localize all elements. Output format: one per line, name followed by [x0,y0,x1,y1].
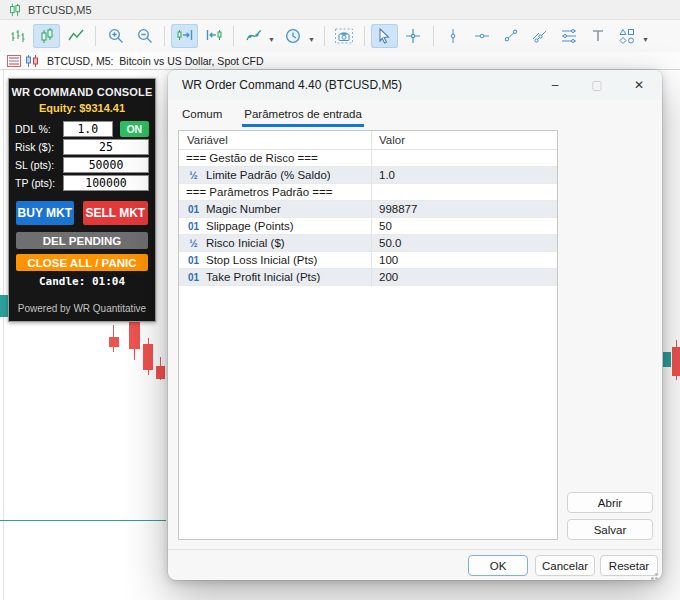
trendline-icon [502,27,520,45]
timeframes-button[interactable] [280,24,307,48]
tp-input[interactable]: 100000 [63,175,149,191]
fibonacci-lines-icon [560,27,578,45]
shift-chart-left-button[interactable] [200,24,227,48]
resetar-button[interactable]: Resetar [600,555,658,576]
line-chart-button[interactable] [62,24,89,48]
table-row[interactable]: 01Take Profit Inicial (Pts) 200 [179,269,557,286]
abrir-button[interactable]: Abrir [567,492,653,513]
parameters-table: Variável Valor === Gestão de Risco === ½… [178,130,558,540]
tab-parametros-de-entrada[interactable]: Parâmetros de entrada [242,106,364,127]
ddl-input[interactable]: 1.0 [63,121,113,137]
crosshair-button[interactable] [400,24,427,48]
param-value[interactable]: 1.0 [371,169,395,181]
vertical-line-button[interactable] [440,24,467,48]
bearish-candle [109,337,119,347]
param-value[interactable]: 50.0 [371,237,401,249]
param-value[interactable]: 998877 [371,203,417,215]
del-pending-button[interactable]: DEL PENDING [16,232,148,249]
zoom-out-icon [136,27,154,45]
table-row-separator[interactable]: === Parâmetros Padrão === [179,184,557,201]
param-value[interactable]: 200 [371,271,398,283]
param-name: Risco Inicial ($) [206,237,285,249]
risk-row: Risk ($): 25 [15,139,149,155]
risk-input[interactable]: 25 [63,139,149,155]
table-row[interactable]: ½Risco Inicial ($) 50.0 [179,235,557,252]
candlestick-chart-button[interactable] [33,24,60,48]
toolbar-separator [433,26,434,46]
timeframes-dropdown-caret[interactable]: ▼ [308,36,315,43]
close-icon[interactable]: ✕ [618,70,660,100]
dialog-tabs: Comum Parâmetros de entrada [168,100,662,127]
table-row[interactable]: ½Limite Padrão (% Saldo) 1.0 [179,167,557,184]
param-name: === Parâmetros Padrão === [186,186,332,198]
shapes-dropdown-caret[interactable]: ▼ [642,36,649,43]
param-value[interactable]: 100 [371,254,398,266]
indicators-button[interactable] [240,24,267,48]
dialog-button-bar: OK Cancelar Resetar [168,549,662,580]
ddl-on-toggle[interactable]: ON [120,121,149,137]
sl-input[interactable]: 50000 [63,157,149,173]
equidistant-channel-icon [531,27,549,45]
close-all-panic-button[interactable]: CLOSE ALL / PANIC [16,254,148,271]
bearish-candle [156,366,165,379]
console-title: WR COMMAND CONSOLE [9,86,155,98]
window-symbol-title: BTCUSD,M5 [28,4,92,16]
wr-command-console-panel: WR COMMAND CONSOLE Equity: $9314.41 DDL … [8,78,156,322]
line-chart-icon [67,27,85,45]
bars-chart-icon [9,27,27,45]
zoom-out-button[interactable] [131,24,158,48]
chart-tab[interactable]: BTCUSD, M5: Bitcoin vs US Dollar, Spot C… [0,52,680,70]
toolbar-separator [233,26,234,46]
toolbar-separator [164,26,165,46]
minimize-icon[interactable]: – [534,70,576,100]
table-row[interactable]: 01Stop Loss Inicial (Pts) 100 [179,252,557,269]
candlestick-logo-icon [8,3,22,17]
bearish-candle [672,347,680,376]
camera-icon [334,27,354,45]
text-tool-button[interactable] [585,24,612,48]
dialog-title: WR Order Command 4.40 (BTCUSD,M5) [182,78,402,92]
param-name: Limite Padrão (% Saldo) [206,169,331,181]
bars-chart-button[interactable] [4,24,31,48]
cancelar-button[interactable]: Cancelar [535,555,595,576]
param-type-icon: 01 [186,204,201,215]
cursor-icon [375,27,393,45]
text-tool-icon [589,27,607,45]
indicators-dropdown-caret[interactable]: ▼ [268,36,275,43]
horizontal-line-button[interactable] [469,24,496,48]
equidistant-channel-button[interactable] [527,24,554,48]
shapes-icon [618,27,636,45]
tab-comum[interactable]: Comum [180,106,224,127]
ddl-row: DDL %: 1.0 ON [15,121,149,137]
trendline-button[interactable] [498,24,525,48]
zoom-in-button[interactable] [102,24,129,48]
shapes-button[interactable] [614,24,641,48]
param-value[interactable]: 50 [371,220,392,232]
shift-chart-to-end-icon [176,27,194,45]
param-type-icon: ½ [186,238,201,249]
zoom-in-icon [107,27,125,45]
table-row-separator[interactable]: === Gestão de Risco === [179,150,557,167]
param-name: Magic Number [206,203,281,215]
table-row[interactable]: 01Magic Number 998877 [179,201,557,218]
crosshair-icon [404,27,422,45]
param-name: Take Profit Inicial (Pts) [206,271,320,283]
console-footer: Powered by WR Quantitative [9,303,155,314]
candle-timer: Candle: 01:04 [9,275,155,288]
fibonacci-lines-button[interactable] [556,24,583,48]
salvar-button[interactable]: Salvar [567,519,653,540]
resize-grip[interactable] [655,573,658,576]
ok-button[interactable]: OK [468,555,528,576]
risk-label: Risk ($): [15,141,63,153]
buy-mkt-button[interactable]: BUY MKT [16,201,74,225]
dialog-titlebar[interactable]: WR Order Command 4.40 (BTCUSD,M5) – ▢ ✕ [168,70,662,100]
table-row[interactable]: 01Slippage (Points) 50 [179,218,557,235]
shift-chart-left-icon [205,27,223,45]
column-header-variable: Variável [179,134,371,146]
param-type-icon: ½ [186,170,201,181]
sell-mkt-button[interactable]: SELL MKT [83,201,148,225]
cursor-button[interactable] [371,24,398,48]
param-type-icon: 01 [186,272,201,283]
shift-chart-to-end-button[interactable] [171,24,198,48]
screenshot-button[interactable] [331,24,358,48]
